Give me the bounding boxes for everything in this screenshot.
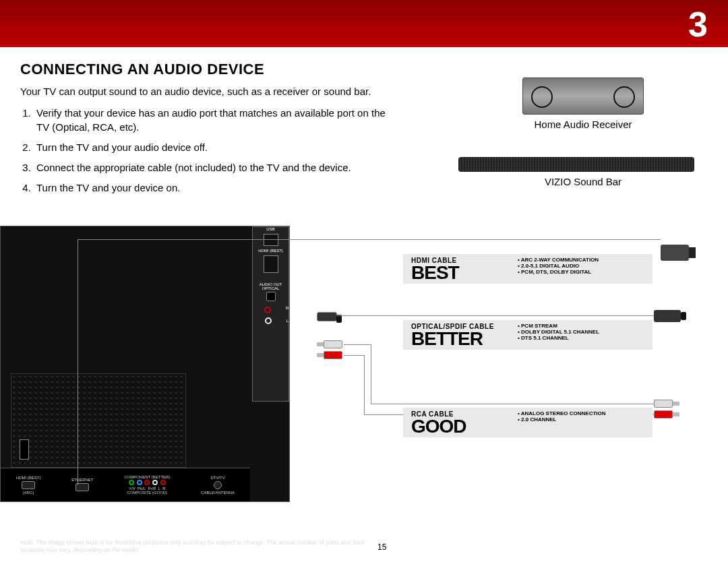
sound-bar-icon [458,157,694,172]
rca-plug-left-red-icon [317,351,344,359]
usb-connector-icon [20,439,29,460]
better-feat-2: DTS 5.1 CHANNEL [518,335,599,341]
hdmi-plug-icon [661,245,689,261]
coax-port-icon [214,481,222,489]
steps-list: Verify that your device has an audio por… [20,106,398,195]
best-feat-1: 2.0-5.1 DIGITAL AUDIO [518,263,599,269]
good-features: ANALOG STEREO CONNECTION 2.0 CHANNEL [518,410,606,423]
better-feat-0: PCM STREAM [518,323,599,329]
optical-plug-left-icon [317,312,337,321]
rca-red-line-h1 [344,355,364,356]
rca-white-line-h1 [344,344,371,345]
jack-pr-icon [144,480,150,485]
dtv-group: DTV/TV CABLE/ANTENNA [201,476,235,495]
bottom-port-panel: HDMI (BEST) (ARC) ETHERNET COMPONENT (BE… [1,468,250,501]
rca-plug-right-red-icon [654,410,681,418]
arc-label: (ARC) [16,491,41,495]
cable-info-good: RCA CABLE GOOD ANALOG STEREO CONNECTION … [403,408,653,437]
composite-label: COMPOSITE (GOOD) [124,491,170,495]
hdmi-best-label: HDMI (BEST) [253,249,289,253]
step-4: Turn the TV and your device on. [34,181,398,195]
chapter-number: 3 [688,4,708,44]
ethernet-group: ETHERNET [71,478,93,493]
good-feat-0: ANALOG STEREO CONNECTION [518,410,606,416]
hdmi-bottom-port-icon [22,481,35,489]
cable-info-better: OPTICAL/SPDIF CABLE BETTER PCM STREAM DO… [403,320,653,350]
good-feat-1: 2.0 CHANNEL [518,416,606,423]
optical-plug-right-icon [654,310,681,322]
jack-r-icon [160,480,166,485]
rca-white-line-h2 [371,404,654,404]
jack-l-icon [152,480,158,485]
section-title: CONNECTING AN AUDIO DEVICE [20,61,708,78]
home-audio-receiver-icon [522,77,644,115]
rca-red-line-v [364,355,365,414]
chapter-header: 3 [0,0,728,47]
ethernet-label: ETHERNET [71,478,93,482]
better-feat-1: DOLBY DIGITAL 5.1 CHANNEL [518,329,599,335]
rca-plug-left-white-icon [317,340,344,348]
optical-label: OPTICAL [253,286,289,290]
best-feat-2: PCM, DTS, DOLBY DIGITAL [518,269,599,275]
jack-pb-icon [137,480,142,485]
step-3: Connect the appropriate cable (not inclu… [34,161,398,175]
connection-diagram: USB HDMI (BEST) AUDIO OUT OPTICAL R L HD… [0,226,728,532]
step-1: Verify that your device has an audio por… [34,106,398,134]
device-illustrations: Home Audio Receiver VIZIO Sound Bar [485,77,681,187]
soundbar-caption: VIZIO Sound Bar [485,176,681,187]
disclaimer-note: Note: The image shown here is for illust… [20,539,371,554]
rca-white-line-v [371,344,371,404]
rca-r-port-icon [264,307,271,313]
rca-l-port-icon [265,317,272,324]
hdmi-cable-line [78,239,78,485]
component-group: COMPONENT (BETTER) Y/V Pb/L Pr/R L R COM… [124,475,170,495]
side-port-panel: USB HDMI (BEST) AUDIO OUT OPTICAL R L [252,226,289,402]
r-label: R [286,306,289,310]
hdmi-bottom-group: HDMI (BEST) (ARC) [16,476,41,495]
usb-port-icon [264,234,278,246]
best-features: ARC 2-WAY COMMUNICATION 2.0-5.1 DIGITAL … [518,257,599,275]
cable-info-best: HDMI CABLE BEST ARC 2-WAY COMMUNICATION … [403,254,653,284]
hdmi-side-port-icon [264,255,278,273]
dtv-label: DTV/TV [201,476,235,480]
hdmi-best-bottom-label: HDMI (BEST) [16,476,41,480]
intro-text: Your TV can output sound to an audio dev… [20,85,398,98]
vent-grille-icon [11,373,186,468]
step-2: Turn the TV and your audio device off. [34,141,398,154]
jack-y-icon [129,480,134,485]
tv-back-panel: USB HDMI (BEST) AUDIO OUT OPTICAL R L HD… [0,226,290,502]
best-feat-0: ARC 2-WAY COMMUNICATION [518,257,599,263]
page-number: 15 [377,542,386,552]
better-features: PCM STREAM DOLBY DIGITAL 5.1 CHANNEL DTS… [518,323,599,341]
usb-label: USB [253,227,289,231]
receiver-caption: Home Audio Receiver [485,119,681,130]
cable-antenna-label: CABLE/ANTENNA [201,491,235,495]
l-label: L [286,319,289,323]
hdmi-cable-line-h [78,239,661,240]
back-of-tv-label: BACK OF TV [20,524,101,538]
optical-port-icon [266,292,276,301]
optical-cable-line [337,315,654,316]
rca-plug-right-white-icon [654,400,681,408]
